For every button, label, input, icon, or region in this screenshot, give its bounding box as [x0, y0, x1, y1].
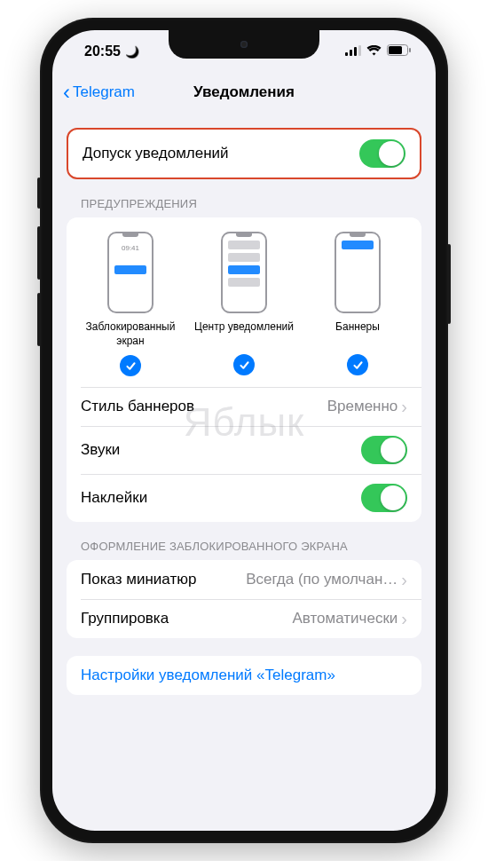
back-button[interactable]: ‹ Telegram: [63, 82, 135, 103]
svg-rect-3: [358, 45, 361, 56]
lockscreen-header: ОФОРМЛЕНИЕ ЗАБЛОКИРОВАННОГО ЭКРАНА: [67, 540, 421, 560]
mute-switch: [37, 178, 41, 209]
wifi-icon: [366, 43, 382, 59]
allow-notifications-row[interactable]: Допуск уведомлений: [68, 130, 420, 178]
row-value: Всегда (по умолчан…: [246, 571, 397, 588]
sounds-toggle[interactable]: [361, 436, 407, 464]
nav-bar: ‹ Telegram Уведомления: [52, 73, 436, 112]
alert-option-banners[interactable]: Баннеры: [302, 232, 414, 376]
volume-down: [37, 293, 41, 346]
svg-rect-0: [345, 52, 348, 56]
allow-toggle[interactable]: [359, 139, 405, 168]
check-icon: [233, 354, 255, 375]
phone-frame: Яблык 20:55 ‹ Tele: [40, 18, 448, 843]
lockscreen-card: Показ миниатюр Всегда (по умолчан… › Гру…: [67, 560, 421, 638]
alert-option-notification-center[interactable]: Центр уведомлений: [188, 232, 301, 376]
cellular-signal-icon: [345, 43, 361, 59]
chevron-right-icon: ›: [401, 610, 407, 627]
alert-label: Баннеры: [335, 320, 380, 347]
row-label: Стиль баннеров: [81, 398, 194, 415]
row-value: Автоматически: [292, 610, 397, 627]
check-icon: [120, 355, 141, 376]
sounds-row[interactable]: Звуки: [67, 426, 421, 474]
alert-option-lock-screen[interactable]: 09:41 Заблокированный экран: [75, 232, 187, 376]
row-label: Звуки: [81, 441, 120, 459]
previews-row[interactable]: Показ миниатюр Всегда (по умолчан… ›: [67, 560, 421, 599]
banner-preview-icon: [335, 232, 381, 313]
row-label: Показ миниатюр: [81, 571, 196, 588]
allow-notifications-card: Допуск уведомлений: [67, 128, 421, 179]
row-value: Временно: [327, 398, 398, 415]
badges-toggle[interactable]: [361, 484, 407, 512]
lock-screen-preview-icon: 09:41: [107, 232, 153, 313]
notification-center-preview-icon: [221, 232, 267, 313]
row-label: Наклейки: [81, 489, 147, 507]
chevron-right-icon: ›: [401, 398, 407, 415]
badges-row[interactable]: Наклейки: [67, 474, 421, 522]
banner-style-row[interactable]: Стиль баннеров Временно ›: [67, 387, 421, 426]
check-icon: [347, 354, 368, 375]
link-label: Настройки уведомлений «Telegram»: [81, 667, 335, 684]
chevron-right-icon: ›: [401, 571, 407, 588]
svg-rect-6: [409, 48, 411, 52]
screen: Яблык 20:55 ‹ Tele: [52, 30, 436, 831]
power-button: [447, 244, 451, 324]
page-title: Уведомления: [193, 83, 295, 101]
svg-rect-2: [354, 47, 357, 56]
allow-label: Допуск уведомлений: [83, 145, 229, 162]
svg-rect-5: [389, 46, 402, 54]
alerts-card: 09:41 Заблокированный экран: [67, 217, 421, 522]
alert-style-options: 09:41 Заблокированный экран: [67, 217, 421, 387]
notch: [169, 30, 319, 59]
row-label: Группировка: [81, 610, 169, 627]
alerts-header: ПРЕДУПРЕЖДЕНИЯ: [67, 197, 421, 217]
alert-label: Заблокированный экран: [75, 320, 187, 348]
settings-content: Допуск уведомлений ПРЕДУПРЕЖДЕНИЯ 09:41: [52, 112, 436, 713]
grouping-row[interactable]: Группировка Автоматически ›: [67, 599, 421, 638]
app-settings-card: Настройки уведомлений «Telegram»: [67, 656, 421, 695]
battery-icon: [387, 43, 411, 59]
app-notification-settings-link[interactable]: Настройки уведомлений «Telegram»: [67, 656, 421, 695]
alert-label: Центр уведомлений: [194, 320, 294, 347]
svg-rect-1: [350, 50, 352, 56]
back-label: Telegram: [73, 83, 135, 101]
chevron-left-icon: ‹: [63, 82, 70, 103]
volume-up: [37, 226, 41, 280]
do-not-disturb-icon: [125, 43, 139, 59]
status-time: 20:55: [84, 43, 121, 59]
